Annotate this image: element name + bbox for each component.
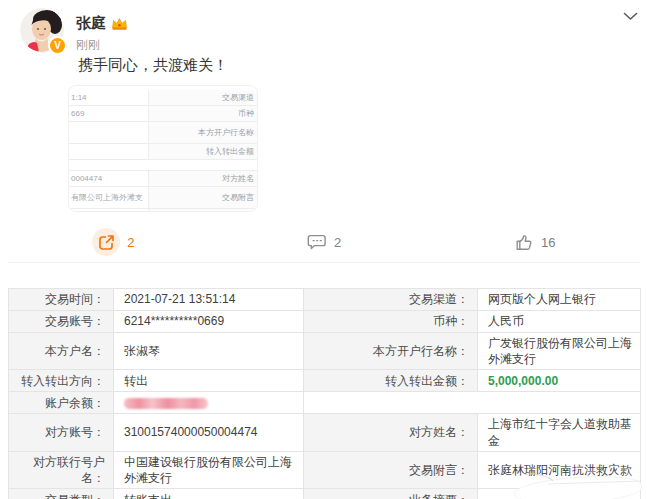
table-value: 中国建设银行股份有限公司上海外滩支行 [114,451,304,488]
mini-table-row: 1:14交易渠道： [69,90,257,106]
table-label: 交易渠道： [304,289,478,311]
mini-table-row: 有限公司上海外滩支交易附言： [69,187,257,209]
repost-count: 2 [127,235,134,250]
table-label: 交易时间： [9,289,114,311]
mini-table-row: 0004474对方姓名： [69,171,257,187]
table-label: 交易附言： [304,451,478,488]
table-row: 对方账号：31001574000050004474对方姓名：上海市红十字会人道救… [9,414,641,451]
chevron-down-icon [623,12,638,21]
post-timestamp: 刚刚 [76,37,100,54]
table-value: 转出 [114,370,304,392]
mini-table-row: 本方开户行名称： [69,122,257,144]
transaction-table-body: 交易时间：2021-07-21 13:51:14交易渠道：网页版个人网上银行交易… [9,289,641,499]
table-value: 6214**********0669 [114,311,304,333]
mini-value: 669 [69,106,149,121]
mini-value [69,122,149,143]
table-label: 交易账号： [9,311,114,333]
post-image-mini-table: 1:14交易渠道：669币种：本方开户行名称：转入转出金额：0004474对方姓… [69,90,257,212]
table-value: 2021-07-21 13:51:14 [114,289,304,311]
repost-icon-halo [92,228,120,256]
table-value: 31001574000050004474 [114,414,304,451]
table-value: 人民币 [478,311,641,333]
table-label: 本方开户行名称： [304,333,478,370]
speech-bubble-icon [307,233,327,251]
mini-label: 交易渠道： [149,90,257,105]
share-arrow-icon [97,233,116,252]
table-value: 转账支出 [114,489,304,499]
table-value [478,489,641,499]
table-row: 本方户名：张淑琴本方开户行名称：广发银行股份有限公司上海外滩支行 [9,333,641,370]
mini-value [69,209,149,212]
thumbs-up-icon [514,233,534,252]
mini-label: 本方开户行名称： [149,122,257,143]
mini-label: 对方姓名： [149,171,257,186]
collapse-post-button[interactable] [618,2,643,30]
table-value: 张淑琴 [114,333,304,370]
like-button[interactable]: 16 [429,233,640,252]
mini-table-row: 转入转出金额： [69,144,257,160]
mini-value [69,160,149,170]
transaction-table: 交易时间：2021-07-21 13:51:14交易渠道：网页版个人网上银行交易… [8,288,641,499]
table-label: 业务摘要： [304,489,478,499]
mini-table-row: 669币种： [69,106,257,122]
action-bar: 2 2 16 [8,222,640,263]
mini-table-row [69,160,257,171]
post-content-text: 携手同心，共渡难关！ [78,56,228,75]
mini-table-row: 业务摘要： [69,209,257,212]
table-value [114,392,304,414]
mini-label [149,160,257,170]
redacted-balance [124,398,208,409]
table-blank-cell [304,392,641,414]
post-image-thumbnail[interactable]: 1:14交易渠道：669币种：本方开户行名称：转入转出金额：0004474对方姓… [68,85,258,212]
crown-icon [111,17,128,31]
table-label: 币种： [304,311,478,333]
mini-label: 业务摘要： [149,209,257,212]
comment-button[interactable]: 2 [219,233,430,251]
comment-count: 2 [334,235,341,250]
table-value: 5,000,000.00 [478,370,641,392]
mini-value: 有限公司上海外滩支 [69,187,149,208]
table-label: 对方姓名： [304,414,478,451]
table-label: 本方户名： [9,333,114,370]
table-value: 广发银行股份有限公司上海外滩支行 [478,333,641,370]
table-row: 交易类型：转账支出业务摘要： [9,489,641,499]
table-row: 账户余额： [9,392,641,414]
mini-value: 0004474 [69,171,149,186]
repost-button[interactable]: 2 [8,228,219,256]
author-name[interactable]: 张庭 [76,14,106,33]
mini-label: 币种： [149,106,257,121]
mini-value [69,144,149,159]
table-value: 上海市红十字会人道救助基金 [478,414,641,451]
table-label: 转入转出方向： [9,370,114,392]
author-row: 张庭 [76,14,128,33]
verified-v-badge: V [48,36,67,55]
table-row: 转入转出方向：转出转入转出金额：5,000,000.00 [9,370,641,392]
table-label: 转入转出金额： [304,370,478,392]
mini-label: 转入转出金额： [149,144,257,159]
mini-label: 交易附言： [149,187,257,208]
table-label: 对方联行号户名： [9,451,114,488]
table-value: 网页版个人网上银行 [478,289,641,311]
table-row: 交易账号：6214**********0669币种：人民币 [9,311,641,333]
table-label: 账户余额： [9,392,114,414]
table-label: 交易类型： [9,489,114,499]
mini-value: 1:14 [69,90,149,105]
table-label: 对方账号： [9,414,114,451]
table-row: 交易时间：2021-07-21 13:51:14交易渠道：网页版个人网上银行 [9,289,641,311]
like-count: 16 [541,235,555,250]
